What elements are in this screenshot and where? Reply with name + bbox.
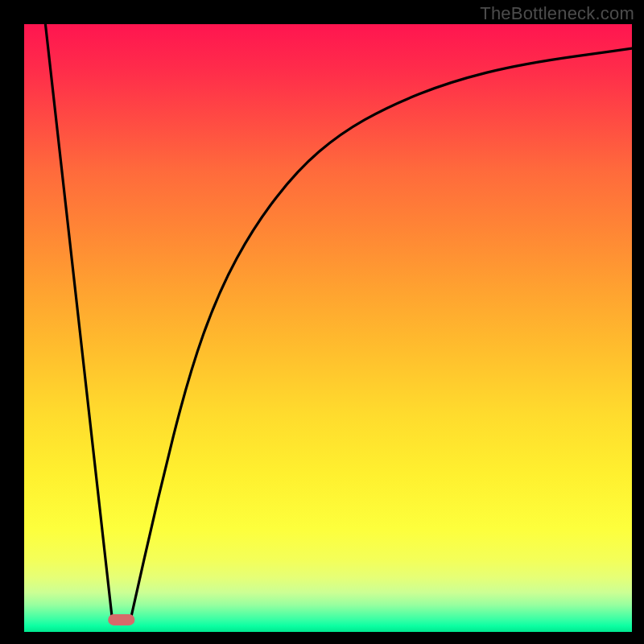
bottleneck-marker (108, 614, 134, 625)
watermark-text: TheBottleneck.com (480, 3, 634, 24)
curve-layer (45, 24, 632, 620)
chart-svg (24, 24, 632, 632)
plot-area (24, 24, 632, 632)
bottleneck-curve (45, 24, 632, 620)
marker-layer (108, 614, 134, 625)
chart-frame: TheBottleneck.com (0, 0, 644, 644)
